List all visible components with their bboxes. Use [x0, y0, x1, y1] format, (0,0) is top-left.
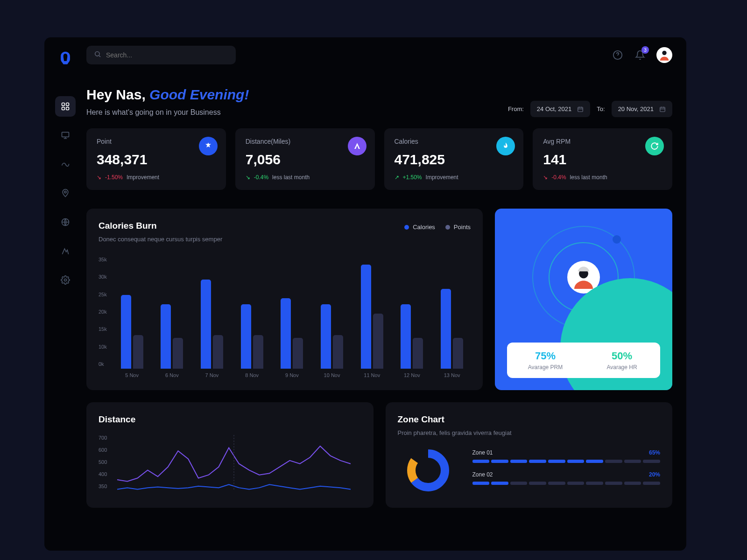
greeting-suffix: Good Evening! [149, 87, 249, 102]
legend-points: Points [454, 224, 471, 231]
bar-label: 8 Nov [245, 372, 259, 378]
zone-percent: 20% [649, 471, 660, 478]
bar-calories [241, 304, 251, 369]
zone-seg [586, 482, 603, 485]
svg-rect-0 [62, 103, 65, 106]
zone-subtitle: Proin pharetra, felis gravida viverra fe… [398, 429, 661, 436]
nav-location[interactable] [55, 183, 76, 203]
nav-dashboard[interactable] [55, 96, 76, 117]
svg-rect-3 [66, 107, 69, 110]
bar-calories [201, 280, 211, 369]
bar-group[interactable]: 8 Nov [233, 261, 271, 378]
kpi-avg-rpm[interactable]: Avg RPM 141 ↘ -0.4% less last month [533, 128, 672, 190]
y-tick: 700 [99, 435, 107, 441]
nav-settings[interactable] [55, 270, 76, 290]
date-filter: From: 24 Oct, 2021 To: 20 Nov, 2021 [508, 101, 672, 117]
kpi-distance-miles-[interactable]: Distance(Miles) 7,056 ↘ -0.4% less last … [235, 128, 375, 190]
search-box[interactable] [86, 46, 236, 64]
kpi-trend: -0.4% [254, 174, 268, 181]
nav-globe[interactable] [55, 212, 76, 232]
legend-dot-calories [404, 225, 409, 230]
bar-points [293, 338, 303, 369]
kpi-title: Calories [395, 138, 514, 145]
distance-chart: 700600500400350 [99, 435, 361, 496]
kpi-icon [645, 137, 664, 155]
bar-label: 5 Nov [125, 372, 139, 378]
kpi-value: 348,371 [97, 152, 216, 168]
bar-calories [161, 304, 171, 369]
avg-hr-value: 50% [587, 350, 656, 362]
bar-group[interactable]: 11 Nov [353, 261, 391, 378]
bar-label: 10 Nov [324, 372, 340, 378]
kpi-trend-label: less last month [272, 174, 310, 181]
orbit-graphic [528, 221, 640, 333]
kpi-trend: -0.4% [551, 174, 566, 181]
bar-points [173, 338, 183, 369]
avg-prm-label: Avarage PRM [511, 364, 580, 371]
nav-presentation[interactable] [55, 125, 76, 146]
kpi-trend-label: Improvement [127, 174, 159, 181]
svg-point-9 [64, 279, 67, 281]
sidebar [44, 37, 86, 551]
bar-calories [121, 295, 131, 369]
notifications-button[interactable]: 3 [634, 49, 646, 61]
zone-seg [472, 460, 490, 463]
svg-point-26 [411, 454, 445, 487]
bar-group[interactable]: 12 Nov [394, 261, 431, 378]
zone-seg [643, 460, 660, 463]
date-from[interactable]: 24 Oct, 2021 [530, 101, 590, 117]
y-tick: 10k [99, 344, 107, 350]
svg-point-10 [95, 52, 99, 56]
svg-rect-19 [660, 107, 665, 111]
bar-group[interactable]: 10 Nov [313, 261, 351, 378]
y-tick: 20k [99, 309, 107, 315]
kpi-trend: +1.50% [403, 174, 422, 181]
calories-subtitle: Donec consequat neque cursus turpis semp… [99, 236, 222, 243]
zone-title: Zone Chart [398, 414, 661, 425]
zone-seg [548, 482, 565, 485]
zone-seg [567, 460, 585, 463]
bar-group[interactable]: 6 Nov [153, 261, 190, 378]
y-tick: 35k [99, 257, 107, 262]
bar-calories [281, 298, 291, 369]
date-to[interactable]: 20 Nov, 2021 [612, 101, 672, 117]
nav-activity[interactable] [55, 154, 76, 175]
hero: Hey Nas, Good Evening! Here is what's go… [86, 73, 672, 128]
legend-calories: Calories [413, 224, 435, 231]
bar-group[interactable]: 7 Nov [193, 261, 231, 378]
zone-seg [567, 482, 585, 485]
bar-group[interactable]: 13 Nov [433, 261, 471, 378]
zone-seg [529, 460, 546, 463]
kpi-icon [348, 137, 366, 155]
notification-badge: 3 [641, 46, 649, 54]
date-from-value: 24 Oct, 2021 [537, 105, 571, 112]
help-button[interactable] [612, 49, 624, 61]
page-subtitle: Here is what's going on in your Business [86, 108, 249, 117]
y-tick: 30k [99, 274, 107, 280]
kpi-calories[interactable]: Calories 471,825 ↗ +1.50% Improvement [384, 128, 524, 190]
kpi-title: Point [97, 138, 216, 145]
search-icon [94, 50, 101, 60]
zone-row: Zone 02 20% [472, 471, 661, 485]
bar-points [213, 335, 223, 369]
nav-goals[interactable] [55, 241, 76, 261]
bar-points [133, 335, 143, 369]
kpi-value: 7,056 [246, 152, 365, 168]
bar-points [253, 335, 263, 369]
zone-name: Zone 01 [472, 449, 493, 456]
kpi-point[interactable]: Point 348,371 ↘ -1.50% Improvement [86, 128, 226, 190]
bar-label: 13 Nov [444, 372, 460, 378]
zone-seg [510, 460, 528, 463]
svg-rect-1 [66, 103, 69, 106]
profile-avatar [567, 261, 600, 294]
zone-seg [472, 482, 490, 485]
bar-group[interactable]: 5 Nov [113, 261, 151, 378]
y-tick: 500 [99, 459, 107, 465]
bar-group[interactable]: 9 Nov [274, 261, 311, 378]
avg-prm-value: 75% [511, 350, 580, 362]
svg-point-14 [662, 51, 666, 55]
avatar[interactable] [656, 47, 672, 63]
search-input[interactable] [106, 51, 228, 59]
bar-label: 11 Nov [364, 372, 380, 378]
distance-title: Distance [99, 414, 361, 425]
